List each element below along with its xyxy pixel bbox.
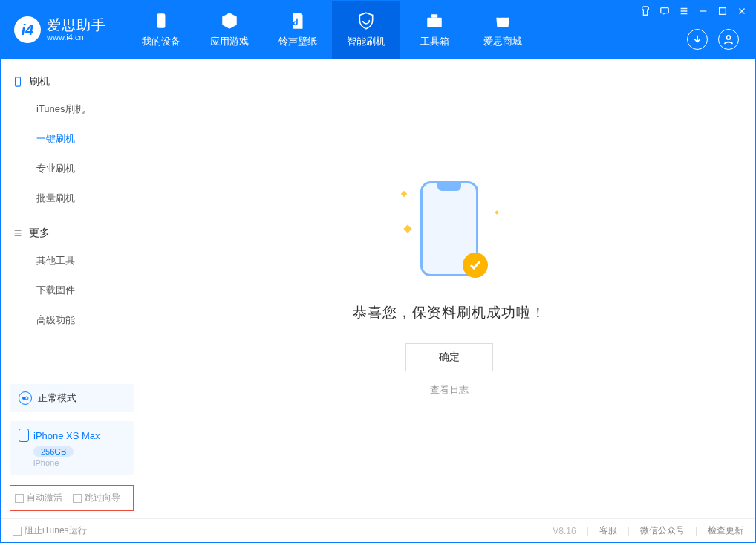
sparkle-icon	[495, 210, 499, 215]
checkbox-icon	[15, 494, 24, 503]
option-skip-guide[interactable]: 跳过向导	[73, 492, 120, 504]
app-title: 爱思助手	[47, 18, 106, 33]
device-capacity-badge: 256GB	[33, 446, 74, 457]
sidebar-item-oneclick-flash[interactable]: 一键刷机	[1, 124, 143, 154]
checkbox-icon	[13, 527, 22, 536]
tab-store[interactable]: 爱思商城	[469, 1, 537, 59]
window-controls	[639, 5, 748, 17]
device-info-panel[interactable]: iPhone XS Max 256GB iPhone	[10, 421, 134, 475]
svg-rect-2	[431, 14, 438, 17]
skin-icon[interactable]	[639, 5, 651, 17]
app-subtitle: www.i4.cn	[47, 33, 106, 42]
sparkle-icon	[401, 190, 407, 196]
refresh-shield-icon	[356, 11, 376, 30]
menu-icon[interactable]	[678, 5, 690, 17]
wechat-link[interactable]: 微信公众号	[640, 524, 685, 537]
device-icon	[151, 11, 171, 30]
tab-label: 智能刷机	[347, 35, 385, 48]
checkbox-icon	[73, 494, 82, 503]
sidebar-item-download-firmware[interactable]: 下载固件	[1, 276, 143, 305]
store-icon	[493, 11, 512, 30]
device-name: iPhone XS Max	[33, 430, 100, 441]
sidebar-item-other-tools[interactable]: 其他工具	[1, 246, 143, 276]
sidebar: 刷机 iTunes刷机 一键刷机 专业刷机 批量刷机 更多 其他工具 下载固件 …	[1, 59, 143, 518]
sidebar-item-pro-flash[interactable]: 专业刷机	[1, 154, 143, 183]
section-title: 刷机	[29, 75, 50, 88]
tab-my-device[interactable]: 我的设备	[127, 1, 195, 59]
mode-icon	[19, 391, 32, 405]
svg-point-8	[25, 397, 28, 400]
tab-label: 铃声壁纸	[278, 35, 317, 48]
music-file-icon	[288, 11, 307, 30]
option-block-itunes[interactable]: 阻止iTunes运行	[13, 524, 87, 537]
svg-point-7	[22, 397, 25, 400]
tab-ringtones-wallpapers[interactable]: 铃声壁纸	[264, 1, 332, 59]
version-label: V8.16	[553, 526, 576, 536]
minimize-icon[interactable]	[697, 5, 709, 17]
tab-smart-flash[interactable]: 智能刷机	[332, 1, 400, 59]
customer-service-link[interactable]: 客服	[599, 524, 617, 537]
app-body: 刷机 iTunes刷机 一键刷机 专业刷机 批量刷机 更多 其他工具 下载固件 …	[1, 59, 755, 518]
download-icon[interactable]	[687, 29, 708, 50]
main-tabs: 我的设备 应用游戏 铃声壁纸 智能刷机 工具箱 爱思商城	[127, 1, 537, 59]
success-graphic	[405, 181, 494, 285]
toolbox-icon	[425, 11, 444, 30]
tab-label: 工具箱	[420, 35, 449, 48]
tab-label: 我的设备	[142, 35, 180, 48]
sidebar-item-itunes-flash[interactable]: iTunes刷机	[1, 94, 143, 124]
maximize-icon[interactable]	[717, 5, 729, 17]
svg-rect-3	[661, 8, 669, 13]
sidebar-section-more: 更多	[1, 221, 143, 246]
sidebar-section-flash: 刷机	[1, 69, 143, 94]
sparkle-icon	[403, 224, 411, 233]
check-update-link[interactable]: 检查更新	[708, 524, 743, 537]
svg-point-5	[726, 36, 730, 39]
svg-rect-0	[157, 13, 166, 28]
list-icon	[13, 228, 23, 238]
svg-rect-1	[427, 18, 442, 27]
svg-rect-4	[720, 8, 726, 15]
app-header: i4 爱思助手 www.i4.cn 我的设备 应用游戏 铃声壁纸 智能刷机 工具…	[1, 1, 755, 59]
svg-rect-6	[16, 77, 21, 86]
tab-label: 应用游戏	[210, 35, 249, 48]
tab-toolbox[interactable]: 工具箱	[400, 1, 469, 59]
option-label: 阻止iTunes运行	[25, 524, 87, 537]
ok-button[interactable]: 确定	[405, 343, 493, 371]
tab-apps-games[interactable]: 应用游戏	[195, 1, 264, 59]
option-auto-activate[interactable]: 自动激活	[15, 492, 62, 504]
phone-outline-icon	[13, 77, 23, 87]
user-icon[interactable]	[718, 29, 739, 50]
mode-label: 正常模式	[38, 391, 76, 405]
flash-options-box: 自动激活 跳过向导	[10, 485, 134, 511]
success-message: 恭喜您，保资料刷机成功啦！	[353, 303, 546, 322]
option-label: 自动激活	[27, 492, 62, 504]
close-icon[interactable]	[736, 5, 748, 17]
device-type: iPhone	[33, 458, 125, 467]
sidebar-item-advanced[interactable]: 高级功能	[1, 305, 143, 335]
sidebar-item-batch-flash[interactable]: 批量刷机	[1, 183, 143, 213]
option-label: 跳过向导	[85, 492, 120, 504]
tab-label: 爱思商城	[483, 35, 522, 48]
device-mode-panel[interactable]: 正常模式	[10, 384, 134, 412]
status-bar: 阻止iTunes运行 V8.16 | 客服 | 微信公众号 | 检查更新	[1, 518, 755, 542]
phone-icon	[19, 429, 29, 442]
logo-icon: i4	[14, 16, 41, 43]
app-logo: i4 爱思助手 www.i4.cn	[1, 16, 120, 43]
cube-icon	[220, 11, 239, 30]
header-actions	[687, 29, 739, 50]
checkmark-badge-icon	[463, 253, 488, 278]
view-log-link[interactable]: 查看日志	[430, 383, 469, 397]
main-content: 恭喜您，保资料刷机成功啦！ 确定 查看日志	[143, 59, 755, 518]
section-title: 更多	[29, 227, 50, 240]
feedback-icon[interactable]	[659, 5, 671, 17]
